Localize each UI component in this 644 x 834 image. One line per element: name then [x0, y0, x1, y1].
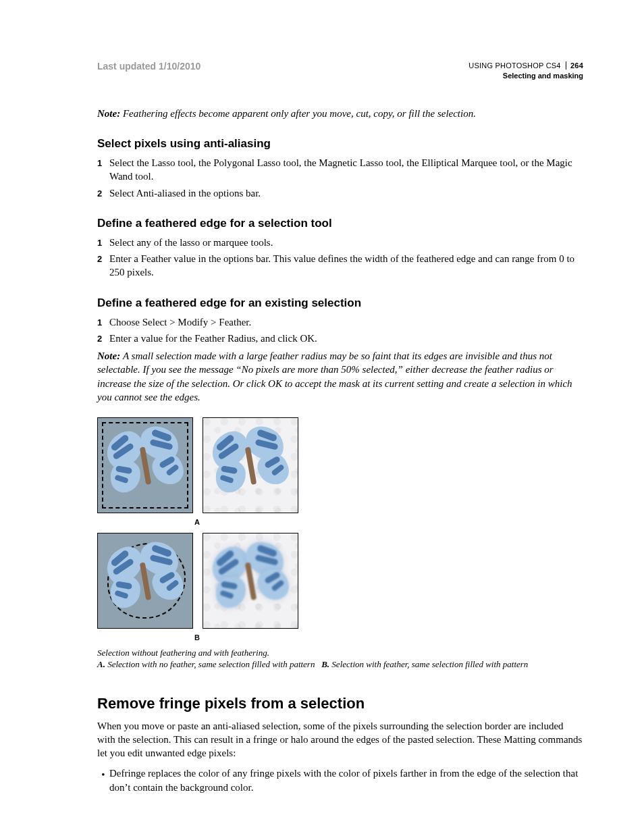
step-number: 2 — [97, 332, 109, 345]
steps-feather-tool: 1 Select any of the lasso or marquee too… — [97, 236, 583, 280]
content: Note: Feathering effects become apparent… — [97, 107, 583, 794]
fringe-intro: When you move or paste an anti-aliased s… — [97, 719, 583, 760]
doc-title: USING PHOTOSHOP CS4 — [468, 61, 560, 70]
figure-a-selection — [97, 417, 193, 513]
page-number: 264 — [566, 61, 583, 70]
heading-feather-existing: Define a feathered edge for an existing … — [97, 296, 583, 311]
note-feathering-effects: Note: Feathering effects become apparent… — [97, 107, 583, 120]
step: 1 Choose Select > Modify > Feather. — [97, 315, 583, 329]
butterfly-icon — [99, 536, 191, 623]
caption-text-a: Selection with no feather, same selectio… — [107, 659, 315, 669]
steps-anti-aliasing: 1 Select the Lasso tool, the Polygonal L… — [97, 156, 583, 200]
step: 1 Select the Lasso tool, the Polygonal L… — [97, 156, 583, 184]
list-item: • Defringe replaces the color of any fri… — [97, 766, 583, 794]
figure-feathering: A — [97, 417, 583, 671]
step: 1 Select any of the lasso or marquee too… — [97, 236, 583, 249]
butterfly-icon — [99, 420, 191, 507]
step-text: Select the Lasso tool, the Polygonal Las… — [109, 156, 583, 184]
step-number: 2 — [97, 252, 109, 265]
doc-title-line: USING PHOTOSHOP CS4 264 — [468, 61, 583, 71]
page: Last updated 1/10/2010 USING PHOTOSHOP C… — [0, 0, 644, 834]
step: 2 Enter a value for the Feather Radius, … — [97, 332, 583, 345]
bullet-text: Defringe replaces the color of any fring… — [109, 766, 583, 794]
step: 2 Select Anti-aliased in the options bar… — [97, 186, 583, 200]
caption-lead: Selection without feathering and with fe… — [97, 648, 269, 658]
butterfly-icon — [204, 536, 296, 623]
page-header: Last updated 1/10/2010 USING PHOTOSHOP C… — [97, 61, 583, 81]
step-text: Enter a Feather value in the options bar… — [109, 252, 583, 280]
figure-label-a: A — [97, 517, 297, 527]
note-text: Feathering effects become apparent only … — [123, 108, 476, 119]
figure-caption: Selection without feathering and with fe… — [97, 647, 583, 671]
note-label: Note: — [97, 350, 120, 361]
fringe-bullets: • Defringe replaces the color of any fri… — [97, 766, 583, 794]
figure-b-filled — [203, 533, 298, 629]
figure-label-b: B — [97, 633, 297, 643]
heading-remove-fringe: Remove fringe pixels from a selection — [97, 694, 583, 714]
step-number: 1 — [97, 236, 109, 249]
note-text: A small selection made with a large feat… — [97, 350, 572, 402]
header-right: USING PHOTOSHOP CS4 264 Selecting and ma… — [468, 61, 583, 81]
step-text: Choose Select > Modify > Feather. — [109, 315, 583, 329]
step-number: 1 — [97, 315, 109, 329]
steps-feather-existing: 1 Choose Select > Modify > Feather. 2 En… — [97, 315, 583, 346]
step: 2 Enter a Feather value in the options b… — [97, 252, 583, 280]
figure-row-a — [97, 417, 583, 513]
figure-b-selection — [97, 533, 193, 629]
step-number: 2 — [97, 186, 109, 200]
heading-feather-tool: Define a feathered edge for a selection … — [97, 216, 583, 232]
figure-row-b — [97, 533, 583, 629]
step-text: Enter a value for the Feather Radius, an… — [109, 332, 583, 345]
butterfly-icon — [204, 420, 296, 507]
step-text: Select any of the lasso or marquee tools… — [109, 236, 583, 249]
caption-key-a: A. — [97, 659, 105, 669]
caption-text-b: Selection with feather, same selection f… — [331, 659, 528, 669]
step-number: 1 — [97, 156, 109, 170]
note-label: Note: — [97, 108, 120, 119]
heading-anti-aliasing: Select pixels using anti-aliasing — [97, 136, 583, 152]
figure-a-filled — [203, 417, 298, 513]
last-updated: Last updated 1/10/2010 — [97, 61, 200, 72]
note-small-selection: Note: A small selection made with a larg… — [97, 349, 583, 404]
caption-key-b: B. — [321, 659, 329, 669]
bullet-icon: • — [97, 766, 109, 781]
section-name: Selecting and masking — [468, 71, 583, 81]
step-text: Select Anti-aliased in the options bar. — [109, 186, 583, 200]
